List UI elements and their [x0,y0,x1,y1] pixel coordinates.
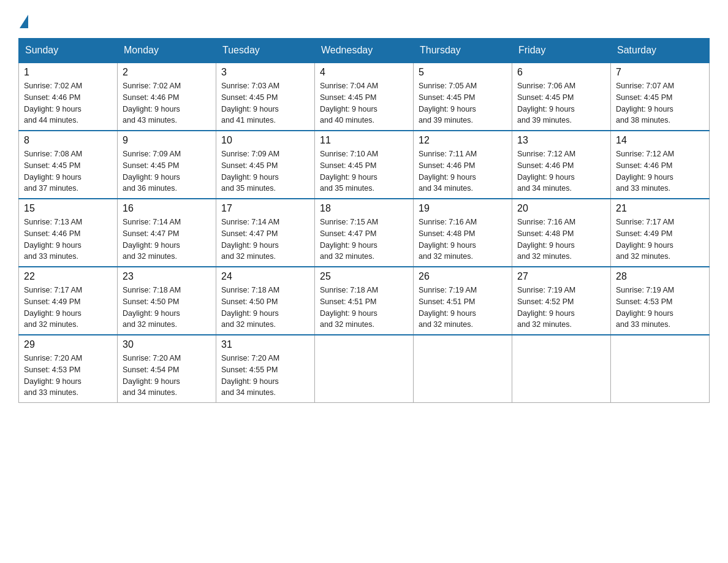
day-number: 6 [517,67,605,78]
day-number: 3 [221,67,309,78]
calendar-cell: 5Sunrise: 7:05 AMSunset: 4:45 PMDaylight… [414,63,512,131]
week-row-5: 29Sunrise: 7:20 AMSunset: 4:53 PMDayligh… [19,335,710,403]
day-number: 29 [24,339,112,350]
day-info: Sunrise: 7:08 AMSunset: 4:45 PMDaylight:… [24,148,112,194]
calendar-table: SundayMondayTuesdayWednesdayThursdayFrid… [18,38,710,403]
calendar-cell: 30Sunrise: 7:20 AMSunset: 4:54 PMDayligh… [118,335,216,403]
calendar-cell: 2Sunrise: 7:02 AMSunset: 4:46 PMDaylight… [118,63,216,131]
day-number: 14 [616,135,704,146]
day-number: 27 [517,271,605,282]
day-info: Sunrise: 7:07 AMSunset: 4:45 PMDaylight:… [616,80,704,126]
calendar-cell: 21Sunrise: 7:17 AMSunset: 4:49 PMDayligh… [611,199,710,267]
weekday-header-sunday: Sunday [19,39,118,63]
day-number: 11 [320,135,408,146]
day-info: Sunrise: 7:15 AMSunset: 4:47 PMDaylight:… [320,216,408,262]
calendar-cell: 28Sunrise: 7:19 AMSunset: 4:53 PMDayligh… [611,267,710,335]
calendar-cell: 10Sunrise: 7:09 AMSunset: 4:45 PMDayligh… [216,131,315,199]
calendar-cell: 16Sunrise: 7:14 AMSunset: 4:47 PMDayligh… [118,199,216,267]
calendar-cell: 15Sunrise: 7:13 AMSunset: 4:46 PMDayligh… [19,199,118,267]
day-info: Sunrise: 7:03 AMSunset: 4:45 PMDaylight:… [221,80,309,126]
weekday-header-saturday: Saturday [611,39,710,63]
calendar-cell: 11Sunrise: 7:10 AMSunset: 4:45 PMDayligh… [315,131,414,199]
day-info: Sunrise: 7:02 AMSunset: 4:46 PMDaylight:… [123,80,211,126]
day-info: Sunrise: 7:14 AMSunset: 4:47 PMDaylight:… [221,216,309,262]
calendar-cell: 17Sunrise: 7:14 AMSunset: 4:47 PMDayligh… [216,199,315,267]
day-info: Sunrise: 7:10 AMSunset: 4:45 PMDaylight:… [320,148,408,194]
calendar-cell: 9Sunrise: 7:09 AMSunset: 4:45 PMDaylight… [118,131,216,199]
day-info: Sunrise: 7:18 AMSunset: 4:50 PMDaylight:… [221,285,309,331]
calendar-cell: 22Sunrise: 7:17 AMSunset: 4:49 PMDayligh… [19,267,118,335]
day-number: 16 [123,203,211,214]
day-number: 2 [123,67,211,78]
day-info: Sunrise: 7:12 AMSunset: 4:46 PMDaylight:… [517,148,605,194]
weekday-header-friday: Friday [512,39,611,63]
week-row-1: 1Sunrise: 7:02 AMSunset: 4:46 PMDaylight… [19,63,710,131]
calendar-cell: 14Sunrise: 7:12 AMSunset: 4:46 PMDayligh… [611,131,710,199]
day-info: Sunrise: 7:04 AMSunset: 4:45 PMDaylight:… [320,80,408,126]
day-number: 15 [24,203,112,214]
day-number: 1 [24,67,112,78]
calendar-cell [611,335,710,403]
day-number: 25 [320,271,408,282]
day-info: Sunrise: 7:18 AMSunset: 4:51 PMDaylight:… [320,285,408,331]
day-number: 26 [419,271,507,282]
calendar-cell [315,335,414,403]
day-info: Sunrise: 7:19 AMSunset: 4:53 PMDaylight:… [616,285,704,331]
calendar-cell: 18Sunrise: 7:15 AMSunset: 4:47 PMDayligh… [315,199,414,267]
day-info: Sunrise: 7:19 AMSunset: 4:51 PMDaylight:… [419,285,507,331]
calendar-cell [414,335,512,403]
day-number: 13 [517,135,605,146]
calendar-cell: 7Sunrise: 7:07 AMSunset: 4:45 PMDaylight… [611,63,710,131]
day-number: 18 [320,203,408,214]
calendar-cell: 26Sunrise: 7:19 AMSunset: 4:51 PMDayligh… [414,267,512,335]
day-number: 5 [419,67,507,78]
day-info: Sunrise: 7:20 AMSunset: 4:54 PMDaylight:… [123,353,211,399]
day-info: Sunrise: 7:02 AMSunset: 4:46 PMDaylight:… [24,80,112,126]
calendar-cell: 6Sunrise: 7:06 AMSunset: 4:45 PMDaylight… [512,63,611,131]
day-number: 22 [24,271,112,282]
day-info: Sunrise: 7:19 AMSunset: 4:52 PMDaylight:… [517,285,605,331]
weekday-header-thursday: Thursday [414,39,512,63]
day-info: Sunrise: 7:12 AMSunset: 4:46 PMDaylight:… [616,148,704,194]
calendar-cell: 12Sunrise: 7:11 AMSunset: 4:46 PMDayligh… [414,131,512,199]
day-number: 23 [123,271,211,282]
day-number: 17 [221,203,309,214]
day-info: Sunrise: 7:18 AMSunset: 4:50 PMDaylight:… [123,285,211,331]
day-info: Sunrise: 7:06 AMSunset: 4:45 PMDaylight:… [517,80,605,126]
calendar-cell [512,335,611,403]
day-info: Sunrise: 7:14 AMSunset: 4:47 PMDaylight:… [123,216,211,262]
weekday-header-row: SundayMondayTuesdayWednesdayThursdayFrid… [19,39,710,63]
calendar-cell: 23Sunrise: 7:18 AMSunset: 4:50 PMDayligh… [118,267,216,335]
calendar-cell: 31Sunrise: 7:20 AMSunset: 4:55 PMDayligh… [216,335,315,403]
day-info: Sunrise: 7:13 AMSunset: 4:46 PMDaylight:… [24,216,112,262]
day-info: Sunrise: 7:20 AMSunset: 4:55 PMDaylight:… [221,353,309,399]
day-number: 21 [616,203,704,214]
calendar-cell: 20Sunrise: 7:16 AMSunset: 4:48 PMDayligh… [512,199,611,267]
calendar-cell: 13Sunrise: 7:12 AMSunset: 4:46 PMDayligh… [512,131,611,199]
day-info: Sunrise: 7:16 AMSunset: 4:48 PMDaylight:… [419,216,507,262]
day-info: Sunrise: 7:09 AMSunset: 4:45 PMDaylight:… [221,148,309,194]
calendar-cell: 29Sunrise: 7:20 AMSunset: 4:53 PMDayligh… [19,335,118,403]
day-number: 24 [221,271,309,282]
day-info: Sunrise: 7:11 AMSunset: 4:46 PMDaylight:… [419,148,507,194]
page-header [18,12,710,28]
day-number: 7 [616,67,704,78]
day-number: 19 [419,203,507,214]
day-number: 31 [221,339,309,350]
weekday-header-monday: Monday [118,39,216,63]
calendar-cell: 27Sunrise: 7:19 AMSunset: 4:52 PMDayligh… [512,267,611,335]
calendar-cell: 24Sunrise: 7:18 AMSunset: 4:50 PMDayligh… [216,267,315,335]
day-info: Sunrise: 7:20 AMSunset: 4:53 PMDaylight:… [24,353,112,399]
day-info: Sunrise: 7:09 AMSunset: 4:45 PMDaylight:… [123,148,211,194]
day-info: Sunrise: 7:17 AMSunset: 4:49 PMDaylight:… [24,285,112,331]
week-row-3: 15Sunrise: 7:13 AMSunset: 4:46 PMDayligh… [19,199,710,267]
day-number: 4 [320,67,408,78]
logo [18,12,28,28]
day-number: 28 [616,271,704,282]
weekday-header-tuesday: Tuesday [216,39,315,63]
week-row-4: 22Sunrise: 7:17 AMSunset: 4:49 PMDayligh… [19,267,710,335]
calendar-cell: 3Sunrise: 7:03 AMSunset: 4:45 PMDaylight… [216,63,315,131]
day-number: 9 [123,135,211,146]
calendar-cell: 8Sunrise: 7:08 AMSunset: 4:45 PMDaylight… [19,131,118,199]
day-number: 8 [24,135,112,146]
